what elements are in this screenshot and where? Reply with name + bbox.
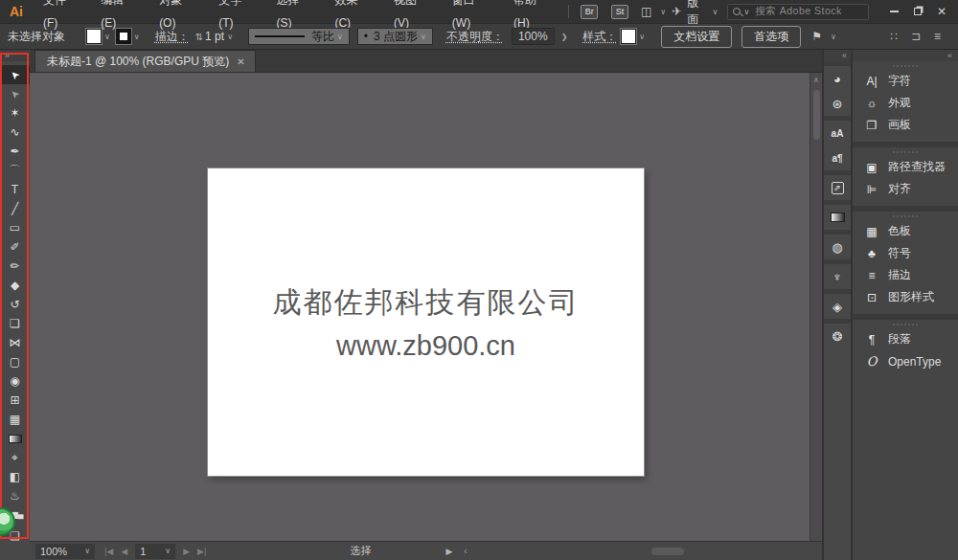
rotate-tool-icon[interactable]: ↺ bbox=[0, 295, 30, 314]
character-styles-panel-icon[interactable]: aA bbox=[824, 116, 851, 146]
panel-item-swatches[interactable]: ▦ 色板 bbox=[853, 220, 958, 242]
restore-icon[interactable] bbox=[914, 8, 922, 15]
fill-color-swatch[interactable] bbox=[86, 29, 102, 44]
lasso-tool-icon[interactable]: ∿ bbox=[0, 123, 30, 142]
minimize-icon[interactable] bbox=[890, 11, 899, 12]
stroke-color-swatch[interactable] bbox=[116, 29, 131, 44]
panel-item-graphic-styles[interactable]: ⊡ 图形样式 bbox=[853, 286, 958, 308]
gradient-tool-icon[interactable] bbox=[0, 429, 30, 448]
pen-tool-icon[interactable]: ✒ bbox=[0, 142, 30, 161]
workspace-panel-icon[interactable]: ⊐ bbox=[911, 30, 921, 43]
share-icon[interactable]: ✈ bbox=[672, 5, 681, 18]
perspective-grid-tool-icon[interactable]: ⊞ bbox=[0, 391, 30, 410]
opacity-value-field[interactable]: 100% bbox=[512, 28, 555, 45]
color-panel-icon[interactable]: ◕ bbox=[824, 61, 851, 91]
gradient-panel-icon[interactable] bbox=[824, 200, 851, 230]
zoom-level-dropdown[interactable]: 100% ∨ bbox=[35, 544, 95, 559]
artboard-number-dropdown[interactable]: 1 ∨ bbox=[135, 544, 175, 559]
stroke-panel-link[interactable]: 描边： bbox=[155, 29, 190, 45]
scale-tool-icon[interactable]: ❏ bbox=[0, 314, 30, 333]
close-icon[interactable]: ✕ bbox=[937, 5, 947, 18]
preferences-button[interactable]: 首选项 bbox=[741, 26, 801, 48]
tab-close-icon[interactable]: ✕ bbox=[237, 56, 244, 67]
direct-selection-tool-icon[interactable]: ➤ bbox=[0, 84, 30, 103]
type-tool-icon[interactable]: T bbox=[0, 180, 30, 199]
chevron-down-icon[interactable]: ∨ bbox=[104, 33, 110, 41]
menu-bar: Ai 文件(F)编辑(E)对象(O)文字(T)选择(S)效果(C)视图(V)窗口… bbox=[0, 0, 958, 23]
free-transform-tool-icon[interactable]: ▢ bbox=[0, 352, 30, 371]
line-segment-tool-icon[interactable]: ╱ bbox=[0, 199, 30, 218]
paintbrush-tool-icon[interactable]: ✐ bbox=[0, 237, 30, 257]
chevron-down-icon[interactable]: ∨ bbox=[134, 33, 140, 41]
search-input[interactable]: ∨ 搜索 Adobe Stock bbox=[727, 4, 869, 20]
rectangle-tool-icon[interactable]: ▭ bbox=[0, 218, 30, 237]
document-setup-button[interactable]: 文档设置 bbox=[661, 26, 732, 48]
mesh-tool-icon[interactable]: ▦ bbox=[0, 410, 30, 429]
last-artboard-icon[interactable]: ▶| bbox=[197, 547, 206, 556]
transparency-panel-icon[interactable]: ◍ bbox=[824, 230, 851, 259]
chevron-down-icon[interactable]: ∨ bbox=[227, 33, 233, 41]
artboard[interactable]: 成都佐邦科技有限公司 www.zb900.cn bbox=[208, 168, 644, 476]
blend-tool-icon[interactable]: ◧ bbox=[0, 467, 30, 486]
status-expand-icon[interactable]: ▶ bbox=[445, 547, 452, 556]
panel-item-stroke[interactable]: ≡ 描边 bbox=[853, 264, 958, 286]
color-guide-panel-icon[interactable]: ⊛ bbox=[824, 91, 851, 116]
previous-artboard-icon[interactable]: ◀ bbox=[121, 547, 127, 556]
chevron-down-icon: ∨ bbox=[743, 8, 749, 16]
stroke-width-stepper[interactable]: ⇅ bbox=[195, 32, 203, 42]
eraser-tool-icon[interactable]: ◆ bbox=[0, 276, 30, 295]
stroke-profile-dropdown[interactable]: 等比 ∨ bbox=[248, 28, 350, 45]
style-panel-link[interactable]: 样式： bbox=[582, 29, 617, 45]
panel-item-align[interactable]: ⊫ 对齐 bbox=[853, 178, 958, 200]
symbol-sprayer-tool-icon[interactable]: ♨ bbox=[0, 486, 30, 505]
chevron-down-icon[interactable]: ∨ bbox=[831, 33, 836, 41]
first-artboard-icon[interactable]: |◀ bbox=[104, 547, 113, 556]
panel-item-paragraph[interactable]: ¶ 段落 bbox=[853, 328, 958, 350]
brush-definition-dropdown[interactable]: • 3 点圆形 ∨ bbox=[357, 28, 433, 45]
canvas-area[interactable]: 成都佐邦科技有限公司 www.zb900.cn ∧ bbox=[30, 73, 822, 541]
pen-options-icon[interactable]: ⚑ bbox=[811, 30, 822, 43]
brushes-panel-icon[interactable]: ♆ bbox=[824, 259, 851, 289]
libraries-panel-icon[interactable]: ⇗ bbox=[824, 170, 851, 200]
strip-collapse-icon[interactable]: « bbox=[824, 50, 851, 61]
color-themes-panel-icon[interactable]: ❂ bbox=[824, 319, 851, 348]
opacity-expand-icon[interactable]: ❯ bbox=[561, 33, 568, 41]
chevron-down-icon[interactable]: ∨ bbox=[660, 8, 666, 16]
touch-workspace-icon[interactable]: ∷ bbox=[890, 30, 898, 43]
bridge-icon[interactable]: Br bbox=[581, 5, 598, 19]
arrange-documents-icon[interactable]: ◫ bbox=[641, 5, 651, 18]
workspace-switcher[interactable]: 版面 ∨ bbox=[687, 0, 718, 28]
toolbar-collapse-icon[interactable]: » bbox=[0, 50, 30, 61]
chevron-down-icon[interactable]: ∨ bbox=[639, 33, 645, 41]
control-panel-menu-icon[interactable]: ≡ bbox=[934, 30, 941, 43]
layers-panel-icon[interactable]: ◈ bbox=[824, 289, 851, 319]
vertical-scroll-thumb[interactable] bbox=[813, 90, 820, 140]
panel-item-symbols[interactable]: ♣ 符号 bbox=[853, 242, 958, 264]
next-artboard-icon[interactable]: ▶ bbox=[183, 547, 190, 556]
stock-icon[interactable]: St bbox=[611, 5, 628, 19]
status-collapse-icon[interactable]: ‹ bbox=[464, 546, 467, 556]
vertical-scrollbar[interactable]: ∧ bbox=[810, 73, 822, 541]
curvature-tool-icon[interactable]: ⌒ bbox=[0, 161, 30, 180]
panel-item-opentype[interactable]: O OpenType bbox=[853, 350, 958, 372]
width-tool-icon[interactable]: ⋈ bbox=[0, 333, 30, 352]
stroke-width-value[interactable]: 1 pt bbox=[205, 30, 224, 43]
scroll-up-icon[interactable]: ∧ bbox=[813, 76, 819, 84]
paragraph-styles-panel-icon[interactable]: a¶ bbox=[824, 146, 851, 170]
panel-item-character[interactable]: A| 字符 bbox=[853, 70, 958, 92]
chevron-down-icon: ∨ bbox=[165, 547, 171, 555]
eyedropper-tool-icon[interactable]: ⌖ bbox=[0, 448, 30, 467]
panel-item-artboards[interactable]: ❐ 画板 bbox=[853, 114, 958, 136]
pencil-tool-icon[interactable]: ✏ bbox=[0, 257, 30, 276]
opacity-panel-link[interactable]: 不透明度： bbox=[446, 29, 504, 45]
selection-tool-icon[interactable]: ➤ bbox=[0, 65, 30, 84]
magic-wand-tool-icon[interactable]: ✶ bbox=[0, 103, 30, 123]
dock-collapse-icon[interactable]: « bbox=[853, 50, 958, 61]
panel-item-appearance[interactable]: ☼ 外观 bbox=[853, 92, 958, 114]
shape-builder-tool-icon[interactable]: ◉ bbox=[0, 371, 30, 391]
panel-item-pathfinder[interactable]: ▣ 路径查找器 bbox=[853, 156, 958, 178]
artboard-website-text: www.zb900.cn bbox=[336, 330, 515, 362]
document-tab[interactable]: 未标题-1 @ 100% (RGB/GPU 预览) ✕ bbox=[34, 50, 256, 72]
horizontal-scroll-thumb[interactable] bbox=[651, 548, 684, 555]
style-swatch[interactable] bbox=[621, 29, 636, 44]
